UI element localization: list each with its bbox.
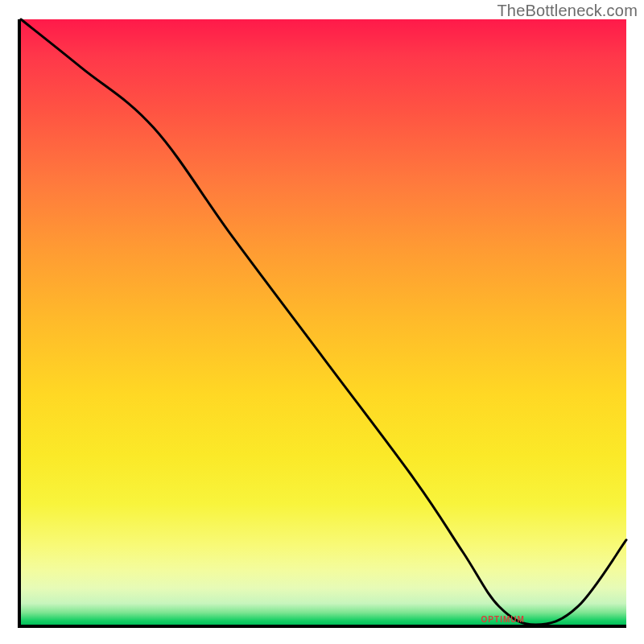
plot-area: OPTIMUM	[18, 19, 626, 628]
watermark-text: TheBottleneck.com	[497, 2, 638, 20]
curve-svg	[21, 19, 626, 625]
optimum-marker: OPTIMUM	[481, 615, 525, 624]
chart-container: TheBottleneck.com OPTIMUM	[0, 0, 644, 644]
curve-line	[21, 19, 626, 625]
